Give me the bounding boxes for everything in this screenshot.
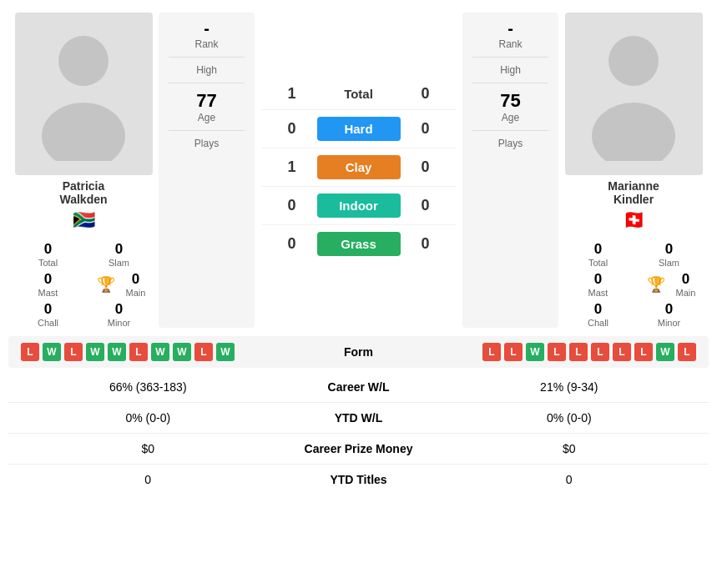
- main-container: Patricia Walkden 🇿🇦 0 Total 0 Slam 0 Mas…: [0, 0, 717, 495]
- left-stat-slam: 0 Slam: [88, 241, 150, 268]
- court-row-indoor: 0 Indoor 0: [261, 187, 456, 225]
- right-form-badge-l: L: [569, 343, 588, 361]
- left-stat-mast: 0 Mast: [17, 271, 79, 298]
- center-area: - Rank High 77 Age Plays 1 Total 0: [159, 13, 558, 328]
- ytd-wl-row: 0% (0-0) YTD W/L 0% (0-0): [8, 403, 709, 434]
- indoor-score-left: 0: [267, 197, 317, 214]
- indoor-button[interactable]: Indoor: [317, 193, 401, 218]
- left-career-prize: $0: [21, 442, 275, 455]
- clay-score-left: 1: [267, 158, 317, 176]
- total-score-left: 1: [267, 85, 317, 103]
- right-player-name: Marianne Kindler: [608, 179, 659, 206]
- right-career-wl: 21% (9-34): [442, 380, 697, 394]
- left-flag: 🇿🇦: [73, 209, 95, 231]
- left-rank-card: - Rank High 77 Age Plays: [159, 13, 255, 328]
- left-stat-minor: 0 Minor: [88, 301, 150, 328]
- ytd-wl-label: YTD W/L: [275, 411, 442, 425]
- right-stat-slam: 0 Slam: [638, 241, 700, 268]
- left-form-badge-w: W: [43, 343, 61, 361]
- right-career-prize: $0: [442, 442, 697, 455]
- hard-score-left: 0: [267, 120, 317, 138]
- ytd-titles-row: 0 YTD Titles 0: [8, 465, 709, 495]
- right-form-badge-w: W: [526, 343, 544, 361]
- right-player-stats: 0 Total 0 Slam 0 Mast 🏆 0 Main: [558, 241, 709, 328]
- left-form-badge-l: L: [194, 343, 213, 361]
- court-row-clay: 1 Clay 0: [261, 148, 456, 187]
- ytd-titles-label: YTD Titles: [275, 473, 442, 486]
- right-form-badge-l: L: [548, 343, 566, 361]
- career-prize-row: $0 Career Prize Money $0: [8, 434, 709, 465]
- clay-score-right: 0: [401, 158, 451, 176]
- right-player-area: Marianne Kindler 🇨🇭 0 Total 0 Slam 0 Mas…: [558, 13, 709, 328]
- court-row-grass: 0 Grass 0: [261, 225, 456, 263]
- right-form-badge-l: L: [591, 343, 609, 361]
- svg-point-3: [592, 103, 675, 161]
- left-player-name: Patricia Walkden: [59, 179, 107, 206]
- court-row-total: 1 Total 0: [261, 78, 456, 110]
- clay-button[interactable]: Clay: [317, 155, 401, 179]
- right-stat-minor: 0 Minor: [638, 301, 700, 328]
- right-form-badge-l: L: [634, 343, 653, 361]
- right-flag: 🇨🇭: [623, 209, 645, 231]
- svg-point-2: [608, 36, 659, 86]
- left-trophy-icon: 🏆: [97, 275, 115, 294]
- left-ytd-wl: 0% (0-0): [21, 411, 275, 425]
- left-form-badge-l: L: [21, 343, 39, 361]
- court-row-hard: 0 Hard 0: [261, 110, 456, 148]
- main-content-row: Patricia Walkden 🇿🇦 0 Total 0 Slam 0 Mas…: [0, 0, 717, 336]
- career-wl-label: Career W/L: [275, 380, 442, 394]
- left-form-badge-l: L: [64, 343, 83, 361]
- right-stat-mast: 0 Mast: [567, 271, 629, 298]
- left-career-wl: 66% (363-183): [21, 380, 275, 394]
- left-stat-total: 0 Total: [17, 241, 79, 268]
- right-form-badge-l: L: [482, 343, 501, 361]
- left-player-area: Patricia Walkden 🇿🇦 0 Total 0 Slam 0 Mas…: [8, 13, 159, 328]
- right-ytd-wl: 0% (0-0): [442, 411, 697, 425]
- left-form-badges: LWLWWLWWLW: [21, 343, 309, 361]
- hard-score-right: 0: [401, 120, 451, 138]
- left-form-badge-w: W: [86, 343, 104, 361]
- right-trophy-area: 🏆 0 Main: [638, 271, 700, 298]
- form-section: LWLWWLWWLW Form LLWLLLLLWL: [8, 336, 709, 368]
- grass-score-right: 0: [401, 235, 451, 253]
- court-section: 1 Total 0 0 Hard 0 1 Clay 0 0: [261, 13, 456, 328]
- right-player-photo: [565, 13, 703, 175]
- hard-button[interactable]: Hard: [317, 117, 401, 141]
- total-label: Total: [317, 87, 401, 101]
- left-form-badge-w: W: [216, 343, 235, 361]
- right-stat-total: 0 Total: [567, 241, 629, 268]
- left-player-stats: 0 Total 0 Slam 0 Mast 🏆 0 Main: [8, 241, 159, 328]
- total-score-right: 0: [401, 85, 451, 103]
- left-ytd-titles: 0: [21, 473, 275, 486]
- right-trophy-icon: 🏆: [647, 275, 665, 294]
- right-rank-card: - Rank High 75 Age Plays: [462, 13, 558, 328]
- career-wl-row: 66% (363-183) Career W/L 21% (9-34): [8, 372, 709, 403]
- svg-point-1: [42, 103, 125, 161]
- career-prize-label: Career Prize Money: [275, 442, 442, 455]
- right-ytd-titles: 0: [442, 473, 697, 486]
- left-form-badge-w: W: [173, 343, 191, 361]
- left-form-badge-l: L: [129, 343, 148, 361]
- right-form-badge-l: L: [678, 343, 696, 361]
- indoor-score-right: 0: [401, 197, 451, 214]
- left-form-badge-w: W: [151, 343, 169, 361]
- right-form-badge-l: L: [504, 343, 523, 361]
- left-form-badge-w: W: [108, 343, 126, 361]
- svg-point-0: [58, 36, 109, 86]
- right-form-badges: LLWLLLLLWL: [409, 343, 697, 361]
- right-form-badge-w: W: [656, 343, 674, 361]
- left-player-photo: [15, 13, 153, 175]
- grass-score-left: 0: [267, 235, 317, 253]
- left-stat-chall: 0 Chall: [17, 301, 79, 328]
- left-trophy-area: 🏆 0 Main: [88, 271, 150, 298]
- right-stat-chall: 0 Chall: [567, 301, 629, 328]
- grass-button[interactable]: Grass: [317, 232, 401, 256]
- form-label: Form: [309, 345, 409, 359]
- right-form-badge-l: L: [613, 343, 631, 361]
